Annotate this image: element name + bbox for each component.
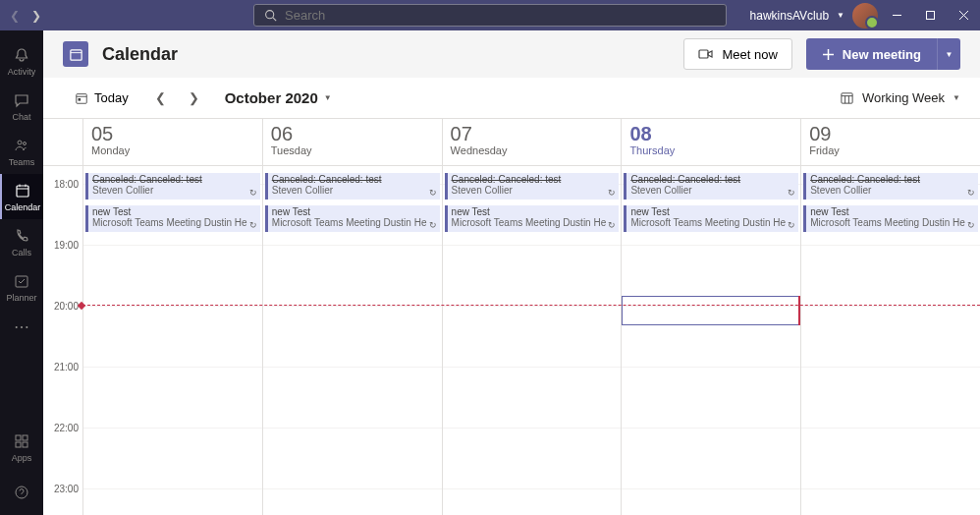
calendar-event[interactable]: Canceled: Canceled: testSteven Collier↻ [445,173,620,200]
calendar-event[interactable]: Canceled: Canceled: testSteven Collier↻ [803,173,978,200]
rail-chat[interactable]: Chat [0,84,43,129]
app-rail: Activity Chat Teams Calendar Calls Plann… [0,30,43,515]
view-label: Working Week [862,90,945,105]
rail-planner[interactable]: Planner [0,264,43,310]
time-label: 19:00 [54,240,79,251]
time-label: 23:00 [54,484,79,494]
prev-week-button[interactable]: ❮ [148,86,174,111]
calendar-event[interactable]: new TestMicrosoft Teams Meeting Dustin H… [85,205,260,232]
rail-apps[interactable]: Apps [0,425,43,470]
bell-icon [12,45,31,65]
day-header[interactable]: 05 Monday [82,119,262,165]
rail-label: Calls [12,248,31,258]
svg-rect-8 [17,186,28,197]
meet-now-button[interactable]: Meet now [683,38,791,70]
rail-calendar[interactable]: Calendar [0,174,43,219]
next-week-button[interactable]: ❯ [182,86,207,111]
rail-help[interactable] [0,470,43,515]
teams-icon [12,136,31,155]
maximize-button[interactable] [925,10,939,21]
day-header[interactable]: 08 Thursday [621,119,800,165]
svg-rect-25 [79,98,82,101]
main: Calendar Meet now New meeting ▼ Today ❮ … [43,30,980,515]
day-column[interactable]: Canceled: Canceled: testSteven Collier↻n… [262,166,442,515]
month-label: October 2020 [225,89,318,106]
calendar-grid[interactable]: 18:0019:0020:0021:0022:0023:00 Canceled:… [43,166,980,515]
apps-icon [12,431,31,451]
day-header[interactable]: 06 Tuesday [262,119,442,165]
day-column[interactable]: Canceled: Canceled: testSteven Collier↻n… [621,166,800,515]
today-button[interactable]: Today [63,84,140,113]
recurring-icon: ↻ [249,220,257,230]
time-label: 20:00 [54,301,79,312]
phone-icon [12,226,31,246]
rail-teams[interactable]: Teams [0,129,43,174]
day-column[interactable]: Canceled: Canceled: testSteven Collier↻n… [82,166,262,515]
day-columns: Canceled: Canceled: testSteven Collier↻n… [82,166,980,515]
recurring-icon: ↻ [967,188,975,198]
calendar-event[interactable]: Canceled: Canceled: testSteven Collier↻ [265,173,440,200]
recurring-icon: ↻ [429,188,437,198]
day-name: Monday [91,144,254,156]
day-number: 09 [809,123,972,144]
calendar-event[interactable]: new TestMicrosoft Teams Meeting Dustin H… [265,205,440,232]
user-menu[interactable]: hawkinsAVclub ▼ [750,3,878,29]
recurring-icon: ↻ [788,220,795,230]
month-picker[interactable]: October 2020 ▼ [225,89,332,106]
search-icon [264,9,277,22]
view-picker[interactable]: Working Week ▼ [840,90,960,105]
recurring-icon: ↻ [608,188,616,198]
svg-rect-18 [70,49,81,59]
calendar-event[interactable]: Canceled: Canceled: testSteven Collier↻ [624,173,798,200]
back-button[interactable]: ❮ [10,9,20,23]
day-header[interactable]: 09 Friday [800,119,980,165]
chevron-down-icon: ▼ [837,11,844,20]
day-number: 07 [451,123,614,144]
rail-more[interactable]: ⋯ [14,317,29,336]
day-header-row: 05 Monday 06 Tuesday 07 Wednesday 08 Thu… [43,119,980,166]
day-column[interactable]: Canceled: Canceled: testSteven Collier↻n… [800,166,980,515]
day-column[interactable]: Canceled: Canceled: testSteven Collier↻n… [442,166,622,515]
time-selection[interactable] [622,296,800,325]
forward-button[interactable]: ❯ [31,9,41,23]
help-icon [12,483,31,502]
calendar-event[interactable]: new TestMicrosoft Teams Meeting Dustin H… [445,205,620,232]
search-input[interactable] [285,8,716,23]
svg-rect-23 [77,93,87,103]
video-icon [698,47,714,61]
minimize-button[interactable] [892,10,905,21]
day-name: Tuesday [271,144,434,156]
rail-label: Planner [6,293,36,303]
calendar-event[interactable]: Canceled: Canceled: testSteven Collier↻ [85,173,260,200]
time-label: 22:00 [54,423,79,433]
calendar-event[interactable]: new TestMicrosoft Teams Meeting Dustin H… [624,205,798,232]
time-column: 18:0019:0020:0021:0022:0023:00 [43,166,82,515]
meet-now-label: Meet now [722,47,777,62]
current-time-indicator [82,305,980,306]
rail-label: Chat [12,112,30,122]
title-bar: ❮ ❯ hawkinsAVclub ▼ [0,0,980,30]
new-meeting-label: New meeting [843,47,921,62]
recurring-icon: ↻ [788,188,795,198]
calendar-event[interactable]: new TestMicrosoft Teams Meeting Dustin H… [803,205,978,232]
svg-point-0 [266,11,274,19]
svg-rect-3 [927,12,935,20]
new-meeting-dropdown[interactable]: ▼ [937,38,960,70]
calendar-icon [13,181,32,200]
planner-icon [12,271,31,291]
svg-rect-14 [23,435,27,440]
user-name: hawkinsAVclub [750,9,829,23]
avatar[interactable] [852,3,878,29]
svg-rect-15 [16,442,21,447]
close-button[interactable] [958,10,972,21]
day-header[interactable]: 07 Wednesday [442,119,622,165]
new-meeting-button[interactable]: New meeting [806,38,937,70]
rail-activity[interactable]: Activity [0,38,43,84]
day-number: 06 [271,123,434,144]
time-label: 18:00 [54,179,79,190]
time-label: 21:00 [54,362,79,372]
search-box[interactable] [253,4,727,27]
rail-calls[interactable]: Calls [0,219,43,264]
week-icon [840,90,854,105]
svg-rect-20 [699,50,708,58]
